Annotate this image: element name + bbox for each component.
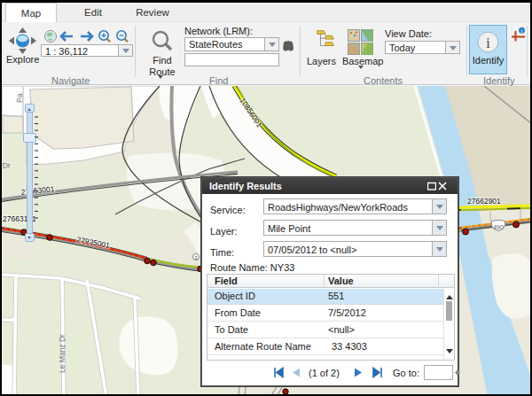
svg-text:Le Manz Dr: Le Manz Dr <box>58 334 66 373</box>
svg-text:i: i <box>486 35 490 50</box>
svg-text:Pa: Pa <box>15 93 24 103</box>
svg-text:Dr: Dr <box>2 160 11 170</box>
svg-text:27662901: 27662901 <box>467 197 501 206</box>
svg-text:i: i <box>521 27 523 34</box>
svg-text:490: 490 <box>493 224 504 230</box>
